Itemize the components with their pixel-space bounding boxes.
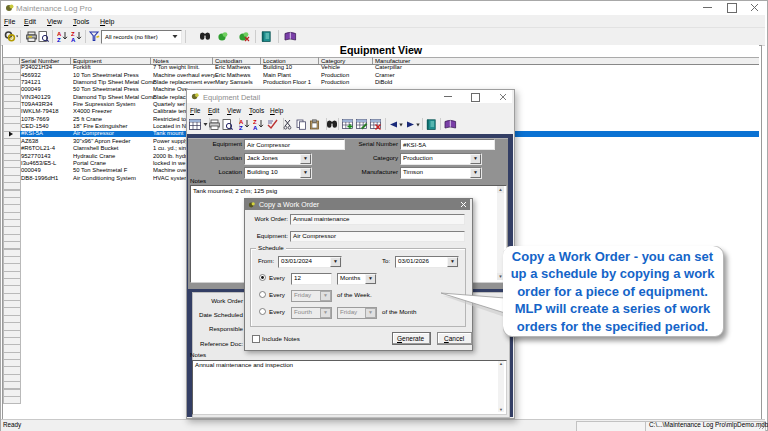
svg-text:A: A	[71, 37, 76, 42]
svg-text:Z: Z	[239, 125, 243, 130]
svg-text:A: A	[253, 125, 258, 130]
svg-text:Z: Z	[57, 37, 61, 42]
